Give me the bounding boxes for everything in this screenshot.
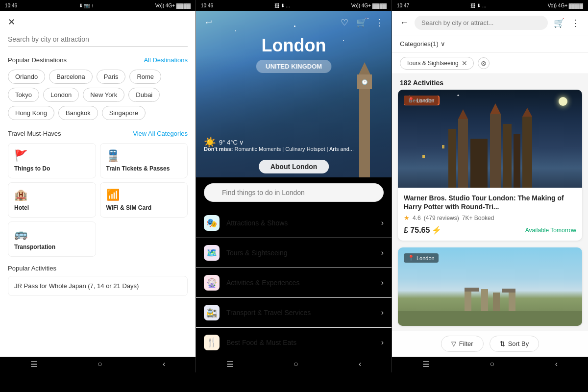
category-attractions-shows[interactable]: 🎭 Attractions & Shows › — [196, 208, 392, 238]
train-tickets-label: Train Tickets & Passes — [106, 165, 170, 172]
things-to-do-label: Things to Do — [14, 165, 50, 172]
attractions-label: Attractions & Shows — [226, 219, 381, 227]
view-all-categories-link[interactable]: View All Categories — [133, 130, 188, 137]
status-bar-1: 10:46 ⬇ 📷 ↑ Vo)) 4G+ ▓▓▓▓ — [0, 0, 196, 11]
booked-1: 7K+ Booked — [462, 215, 494, 221]
nav-back-icon-3[interactable]: ‹ — [555, 360, 558, 369]
food-icon: 🍴 — [204, 335, 220, 350]
activity-jr-pass[interactable]: JR Pass for Whole Japan (7, 14 or 21 Day… — [8, 276, 188, 296]
wifi-sim-label: WiFi & SIM Card — [106, 204, 152, 211]
dest-hongkong[interactable]: Hong Kong — [8, 106, 54, 120]
categories-filter-button[interactable]: Categories(1) ∨ — [400, 40, 445, 48]
ground — [398, 311, 582, 326]
location-badge-2: 📍 London — [404, 253, 439, 263]
chip-close-icon[interactable]: ✕ — [462, 59, 467, 67]
stonehenge-image: 📍 London — [398, 247, 582, 326]
phone-3: 10:47 🖼 ⬇ ... Vo)) 4G+ ▓▓▓▓ ← 🛒 ⋮ Catego… — [392, 0, 588, 372]
category-wifi-sim[interactable]: 📶 WiFi & SIM Card — [100, 182, 188, 218]
dest-paris[interactable]: Paris — [97, 70, 126, 84]
dest-london[interactable]: London — [43, 88, 79, 102]
more-icon-3[interactable]: ⋮ — [571, 18, 580, 28]
back-button-2[interactable]: ← — [204, 17, 214, 28]
dont-miss-bar: Don't miss: Romantic Moments | Culinary … — [204, 146, 384, 152]
flag-icon: 🚩 — [14, 149, 27, 162]
search-input[interactable] — [8, 32, 188, 47]
stonehenge-stones — [465, 289, 515, 311]
category-train-tickets[interactable]: 🚆 Train Tickets & Passes — [100, 143, 188, 178]
category-hotel[interactable]: 🏨 Hotel — [8, 182, 96, 218]
castle-base — [398, 114, 582, 188]
p1-top-bar: ✕ — [0, 11, 196, 49]
signal-3: Vo)) 4G+ ▓▓▓▓ — [548, 3, 583, 8]
result-harry-potter[interactable]: ✦ ✦ ✦ — [398, 90, 582, 241]
moon — [559, 97, 567, 106]
close-button[interactable]: ✕ — [8, 17, 188, 27]
filter-button[interactable]: ▽ Filter — [441, 336, 484, 352]
harry-potter-price: £ 75.65 ⚡ — [404, 225, 441, 235]
signal-2: Vo)) 4G+ ▓▓▓▓ — [351, 3, 387, 8]
location-badge-1: 📍 London — [404, 96, 439, 105]
harry-potter-rating: ★ 4.6 (479 reviews) 7K+ Booked — [404, 214, 576, 221]
wishlist-icon[interactable]: ♡ — [341, 17, 348, 28]
dest-rome[interactable]: Rome — [129, 70, 161, 84]
chip-clear-all[interactable]: ⊗ — [478, 57, 490, 69]
back-button-3[interactable]: ← — [400, 18, 409, 28]
signal-1: Vo)) 4G+ ▓▓▓▓ — [155, 3, 191, 8]
dest-newyork[interactable]: New York — [83, 88, 124, 102]
dest-tokyo[interactable]: Tokyo — [8, 88, 39, 102]
category-things-to-do[interactable]: 🚩 Things to Do — [8, 143, 96, 178]
status-bar-2: 10:46 🖼 ⬇ ... Vo)) 4G+ ▓▓▓▓ — [196, 0, 392, 11]
nav-back-icon-2[interactable]: ‹ — [359, 360, 361, 369]
result-stonehenge[interactable]: 📍 London — [398, 247, 582, 326]
category-transportation[interactable]: 🚌 Transportation — [8, 221, 96, 257]
cart-icon-3[interactable]: 🛒 — [554, 18, 564, 28]
p3-search-input[interactable] — [415, 16, 548, 30]
location-text-2: London — [416, 255, 435, 261]
about-london-button[interactable]: About London — [259, 160, 329, 173]
chip-label: Tours & Sightseeing — [406, 60, 459, 67]
nav-menu-icon-3[interactable]: ☰ — [422, 360, 429, 369]
header-icons-2: ♡ 🛒 ⋮ — [341, 17, 384, 28]
time-3: 10:47 — [397, 3, 409, 8]
phone-1: 10:46 ⬇ 📷 ↑ Vo)) 4G+ ▓▓▓▓ ✕ Popular Dest… — [0, 0, 196, 372]
attractions-icon: 🎭 — [204, 215, 220, 231]
category-activities-experiences[interactable]: 🎡 Activities & Experiences › — [196, 268, 392, 298]
tours-sightseeing-chip[interactable]: Tours & Sightseeing ✕ — [400, 57, 474, 70]
status-icons-1: ⬇ 📷 ↑ — [79, 3, 94, 8]
london-search-wrapper: 🔍 — [204, 183, 384, 202]
travel-must-haves-section: Travel Must-Haves View All Categories 🚩 … — [8, 130, 188, 257]
category-food-eats[interactable]: 🍴 Best Food & Must Eats › — [196, 328, 392, 357]
hotel-icon: 🏨 — [14, 189, 27, 201]
must-haves-header: Travel Must-Haves View All Categories — [8, 130, 188, 137]
must-haves-grid: 🚩 Things to Do 🚆 Train Tickets & Passes … — [8, 143, 188, 257]
category-tours-sightseeing[interactable]: 🗺️ Tours & Sightseeing › — [196, 238, 392, 268]
cart-icon-2[interactable]: 🛒 — [356, 17, 367, 28]
dest-orlando[interactable]: Orlando — [8, 70, 45, 84]
dest-singapore[interactable]: Singapore — [102, 106, 146, 120]
all-destinations-link[interactable]: All Destinations — [144, 56, 188, 64]
nav-home-icon[interactable]: ○ — [98, 360, 102, 369]
must-haves-label: Travel Must-Haves — [8, 130, 61, 137]
dest-bangkok[interactable]: Bangkok — [58, 106, 98, 120]
popular-destinations-header: Popular Destinations All Destinations — [8, 56, 188, 64]
more-icon-2[interactable]: ⋮ — [375, 17, 384, 28]
nav-menu-icon-2[interactable]: ☰ — [226, 360, 233, 369]
category-transport-travel[interactable]: 🚉 Transport & Travel Services › — [196, 298, 392, 328]
dest-dubai[interactable]: Dubai — [128, 88, 160, 102]
nav-home-icon-3[interactable]: ○ — [490, 360, 494, 369]
filter-chevron: ∨ — [441, 40, 445, 48]
nav-back-icon[interactable]: ‹ — [163, 360, 165, 369]
location-text-1: London — [416, 98, 435, 103]
nav-bar-3: ☰ ○ ‹ — [392, 357, 588, 372]
food-label: Best Food & Must Eats — [226, 339, 381, 346]
pin-icon-2: 📍 — [408, 255, 415, 261]
pin-icon-1: 📍 — [408, 97, 415, 103]
availability-1: Available Tomorrow — [525, 227, 576, 234]
nav-home-icon-2[interactable]: ○ — [294, 360, 298, 369]
dest-barcelona[interactable]: Barcelona — [49, 70, 93, 84]
transportation-label: Transportation — [14, 244, 55, 250]
london-search-input[interactable] — [204, 183, 384, 202]
nav-menu-icon[interactable]: ☰ — [30, 360, 37, 369]
sort-button[interactable]: ⇅ Sort By — [490, 336, 539, 352]
status-bar-3: 10:47 🖼 ⬇ ... Vo)) 4G+ ▓▓▓▓ — [392, 0, 588, 11]
